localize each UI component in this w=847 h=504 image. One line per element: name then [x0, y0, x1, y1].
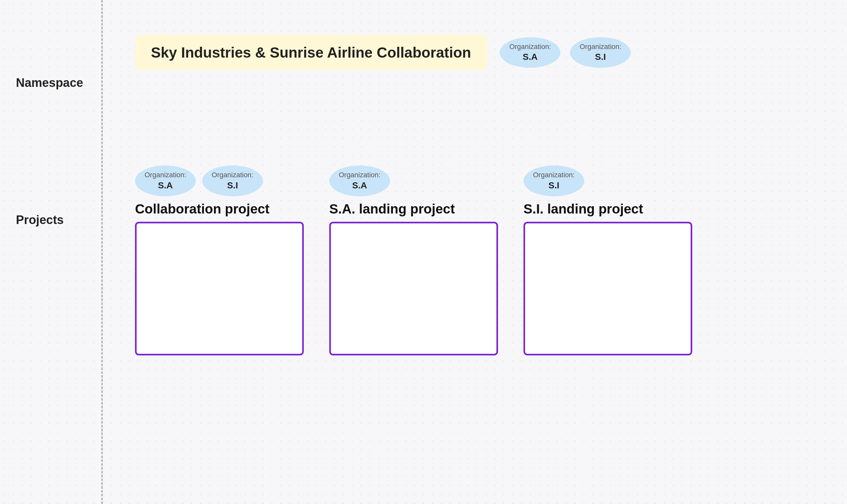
si-landing-project-box[interactable]	[523, 222, 692, 355]
namespace-org-sa-label: Organization:	[509, 42, 551, 52]
sa-landing-org-sa-name: S.A	[352, 180, 367, 191]
namespace-org-badges: Organization: S.A Organization: S.I	[500, 37, 631, 68]
collaboration-project-box[interactable]	[135, 222, 304, 355]
projects-section: Organization: S.A Organization: S.I Coll…	[135, 165, 822, 355]
sa-landing-org-sa-label: Organization:	[339, 170, 381, 180]
si-landing-org-si-label: Organization:	[533, 170, 575, 180]
collaboration-org-badge-sa: Organization: S.A	[135, 165, 196, 196]
collab-org-sa-label: Organization:	[144, 170, 186, 180]
namespace-org-sa-name: S.A	[522, 51, 537, 63]
namespace-section: Sky Industries & Sunrise Airline Collabo…	[135, 35, 822, 70]
namespace-org-si-name: S.I	[595, 51, 606, 63]
namespace-org-si-label: Organization:	[580, 42, 621, 52]
si-landing-org-badge-si: Organization: S.I	[523, 165, 584, 196]
main-content: Sky Industries & Sunrise Airline Collabo…	[103, 0, 847, 504]
collaboration-project-title: Collaboration project	[135, 201, 270, 217]
collaboration-org-badges: Organization: S.A Organization: S.I	[135, 165, 263, 196]
sa-landing-org-badge-sa: Organization: S.A	[329, 165, 390, 196]
projects-label: Projects	[0, 213, 64, 227]
project-card-sa-landing: Organization: S.A S.A. landing project	[329, 165, 498, 355]
vertical-divider	[102, 0, 103, 504]
namespace-box: Sky Industries & Sunrise Airline Collabo…	[135, 35, 487, 70]
namespace-title: Sky Industries & Sunrise Airline Collabo…	[151, 44, 471, 61]
project-card-si-landing: Organization: S.I S.I. landing project	[523, 165, 692, 355]
sa-landing-project-box[interactable]	[329, 222, 498, 355]
sidebar-projects-section: Projects	[0, 213, 102, 227]
collab-org-si-name: S.I	[227, 180, 238, 191]
namespace-label: Namespace	[0, 76, 83, 90]
sa-landing-project-title: S.A. landing project	[329, 201, 455, 217]
namespace-org-badge-sa: Organization: S.A	[500, 37, 560, 68]
si-landing-org-si-name: S.I	[548, 180, 559, 191]
sidebar: Namespace Projects	[0, 0, 102, 504]
collaboration-org-badge-si: Organization: S.I	[202, 165, 263, 196]
si-landing-project-title: S.I. landing project	[523, 201, 643, 217]
sidebar-namespace-section: Namespace	[0, 48, 102, 118]
collab-org-sa-name: S.A	[158, 180, 173, 191]
project-card-collaboration: Organization: S.A Organization: S.I Coll…	[135, 165, 304, 355]
si-landing-org-badges: Organization: S.I	[523, 165, 584, 196]
namespace-org-badge-si: Organization: S.I	[570, 37, 631, 68]
collab-org-si-label: Organization:	[212, 170, 254, 180]
sa-landing-org-badges: Organization: S.A	[329, 165, 390, 196]
